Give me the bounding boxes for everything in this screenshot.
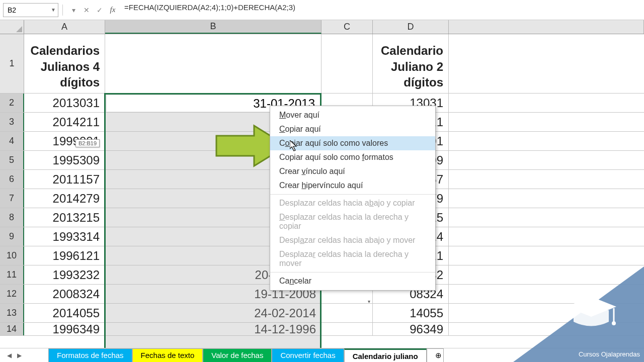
drag-tooltip: B2:B19 bbox=[75, 139, 100, 147]
select-all-corner[interactable] bbox=[0, 20, 24, 34]
table-header-row: 1 Calendarios Julianos 4 dígitos Calenda… bbox=[0, 34, 644, 94]
row-header-10[interactable]: 10 bbox=[0, 246, 24, 265]
col-header-b[interactable]: B bbox=[105, 20, 321, 34]
cell-c1[interactable] bbox=[321, 34, 373, 93]
cell-b13[interactable]: 24-02-2014 bbox=[105, 304, 321, 322]
dropdown-icon[interactable]: ▾ bbox=[67, 4, 80, 17]
tab-nav: ◀ ▶ bbox=[0, 350, 28, 360]
row-header-3[interactable]: 3 bbox=[0, 113, 24, 131]
cell-e2[interactable] bbox=[449, 94, 644, 112]
cell-a11[interactable]: 1993232 bbox=[24, 265, 105, 284]
cell-e1[interactable] bbox=[449, 34, 644, 93]
row-header-9[interactable]: 9 bbox=[0, 227, 24, 246]
cell-d13[interactable]: 14055 bbox=[373, 304, 449, 322]
row-header-12[interactable]: 12 bbox=[0, 285, 24, 303]
row-header-11[interactable]: 11 bbox=[0, 265, 24, 284]
cell-a6[interactable]: 2011157 bbox=[24, 170, 105, 189]
cell-e10[interactable] bbox=[449, 246, 644, 265]
menu-item[interactable]: Crear hipervínculo aquí bbox=[270, 178, 435, 193]
cell-e8[interactable] bbox=[449, 208, 644, 227]
cell-a5[interactable]: 1995309 bbox=[24, 151, 105, 169]
cell-e7[interactable] bbox=[449, 189, 644, 208]
menu-item[interactable]: Mover aquí bbox=[270, 108, 435, 122]
col-header-d[interactable]: D bbox=[373, 20, 449, 34]
svg-marker-1 bbox=[290, 140, 296, 151]
row-header-1[interactable]: 1 bbox=[0, 34, 24, 93]
cell-e5[interactable] bbox=[449, 151, 644, 169]
menu-item[interactable]: Cancelar bbox=[270, 274, 435, 288]
col-header-blank[interactable] bbox=[449, 20, 644, 34]
sheet-tab[interactable]: Fechas de texto bbox=[132, 348, 203, 363]
fx-icon[interactable]: fx bbox=[106, 4, 119, 17]
cell-b14[interactable]: 14-12-1996 bbox=[105, 323, 321, 335]
menu-separator bbox=[270, 194, 435, 195]
column-headers: A B C D bbox=[0, 20, 644, 34]
sheet-tab[interactable]: Convertir fechas bbox=[272, 348, 344, 363]
cell-a14[interactable]: 1996349 bbox=[24, 323, 105, 335]
row-header-5[interactable]: 5 bbox=[0, 151, 24, 169]
cell-e9[interactable] bbox=[449, 227, 644, 246]
row-header-4[interactable]: 4 bbox=[0, 132, 24, 150]
table-row: 14 1996349 14-12-1996 96349 bbox=[0, 323, 644, 336]
sheet-tab[interactable]: Calendario juliano bbox=[344, 348, 427, 363]
confirm-icon[interactable]: ✓ bbox=[93, 4, 106, 17]
sheet-tabs-bar: ◀ ▶ Formatos de fechasFechas de textoVal… bbox=[0, 348, 644, 362]
cell-a8[interactable]: 2013215 bbox=[24, 208, 105, 227]
row-header-7[interactable]: 7 bbox=[0, 189, 24, 208]
cell-e11[interactable] bbox=[449, 265, 644, 284]
cell-a13[interactable]: 2014055 bbox=[24, 304, 105, 322]
cell-a2[interactable]: 2013031 bbox=[24, 94, 105, 112]
name-box[interactable]: B2 ▼ bbox=[3, 3, 58, 17]
cell-e3[interactable] bbox=[449, 113, 644, 131]
col-header-c[interactable]: C bbox=[321, 20, 373, 34]
row-header-14[interactable]: 14 bbox=[0, 323, 24, 335]
autofill-arrow-icon[interactable]: ▾ bbox=[368, 299, 370, 304]
dropdown-arrow-icon[interactable]: ▼ bbox=[51, 7, 56, 13]
sheet-tab[interactable]: Valor de fechas bbox=[203, 348, 272, 363]
name-box-value: B2 bbox=[8, 6, 16, 14]
cell-a12[interactable]: 2008324 bbox=[24, 285, 105, 303]
cursor-icon bbox=[290, 140, 300, 152]
table-row: 13 2014055 24-02-2014 14055 bbox=[0, 304, 644, 323]
menu-item: Desplazar celdas hacia abajo y mover bbox=[270, 233, 435, 247]
cell-c13[interactable] bbox=[321, 304, 373, 322]
cell-d1[interactable]: Calendario Juliano 2 dígitos bbox=[373, 34, 449, 93]
row-header-8[interactable]: 8 bbox=[0, 208, 24, 227]
cell-e12[interactable] bbox=[449, 285, 644, 303]
tab-prev-icon[interactable]: ◀ bbox=[4, 350, 14, 360]
cell-a1[interactable]: Calendarios Julianos 4 dígitos bbox=[24, 34, 105, 93]
cell-e14[interactable] bbox=[449, 323, 644, 335]
cell-a3[interactable]: 2014211 bbox=[24, 113, 105, 131]
menu-item: Desplazar celdas hacia abajo y copiar bbox=[270, 196, 435, 210]
cancel-icon[interactable]: ✕ bbox=[80, 4, 93, 17]
cell-b1[interactable] bbox=[105, 34, 321, 93]
row-header-13[interactable]: 13 bbox=[0, 304, 24, 322]
cell-e13[interactable] bbox=[449, 304, 644, 322]
menu-item: Desplazar celdas hacia la derecha y move… bbox=[270, 247, 435, 270]
cell-a9[interactable]: 1993314 bbox=[24, 227, 105, 246]
cell-a10[interactable]: 1996121 bbox=[24, 246, 105, 265]
row-header-6[interactable]: 6 bbox=[0, 170, 24, 189]
separator bbox=[62, 5, 63, 16]
menu-item[interactable]: Copiar aquí solo como formatos bbox=[270, 150, 435, 164]
cell-a7[interactable]: 2014279 bbox=[24, 189, 105, 208]
cell-e4[interactable] bbox=[449, 132, 644, 150]
menu-item[interactable]: Crear vínculo aquí bbox=[270, 164, 435, 178]
add-sheet-button[interactable]: ⊕ bbox=[427, 348, 444, 362]
menu-separator bbox=[270, 272, 435, 273]
menu-item[interactable]: Copiar aquí bbox=[270, 122, 435, 136]
formula-bar: B2 ▼ ▾ ✕ ✓ fx =FECHA(IZQUIERDA(A2;4);1;0… bbox=[0, 0, 644, 20]
sheet-tab[interactable]: Formatos de fechas bbox=[48, 348, 132, 363]
cell-e6[interactable] bbox=[449, 170, 644, 189]
tab-next-icon[interactable]: ▶ bbox=[14, 350, 24, 360]
context-menu: Mover aquíCopiar aquíCopiar aquí solo co… bbox=[270, 106, 436, 291]
cell-c14[interactable] bbox=[321, 323, 373, 335]
row-header-2[interactable]: 2 bbox=[0, 94, 24, 112]
menu-item: Desplazar celdas hacia la derecha y copi… bbox=[270, 210, 435, 233]
col-header-a[interactable]: A bbox=[24, 20, 105, 34]
cell-d14[interactable]: 96349 bbox=[373, 323, 449, 335]
formula-input[interactable]: =FECHA(IZQUIERDA(A2;4);1;0)+DERECHA(A2;3… bbox=[119, 3, 641, 17]
